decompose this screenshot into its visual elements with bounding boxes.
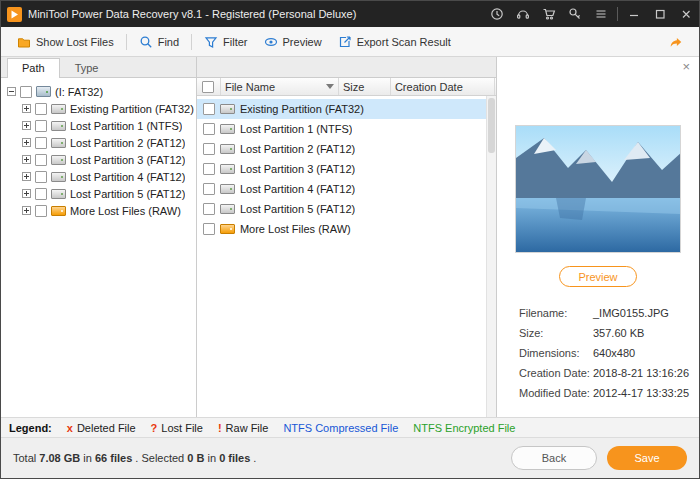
titlebar-divider (617, 7, 618, 21)
share-button[interactable] (661, 31, 691, 53)
file-row[interactable]: Lost Partition 3 (FAT12) (197, 159, 486, 179)
cart-icon[interactable] (536, 1, 562, 27)
detail-label: Filename: (519, 307, 593, 319)
status-summary: Total 7.08 GB in 66 files . Selected 0 B… (13, 452, 256, 464)
checkbox[interactable] (203, 163, 215, 175)
file-row[interactable]: Existing Partition (FAT32) (197, 99, 486, 119)
preview-toolbar-button[interactable]: Preview (256, 31, 330, 53)
minitool-logo-icon (7, 7, 22, 22)
drive-icon (36, 86, 51, 97)
file-row[interactable]: Lost Partition 5 (FAT12) (197, 199, 486, 219)
detail-label: Dimensions: (519, 347, 593, 359)
checkbox[interactable] (35, 120, 47, 132)
expand-icon[interactable] (22, 206, 31, 215)
legend-deleted-file: x Deleted File (67, 422, 136, 434)
expand-icon[interactable] (22, 155, 31, 164)
vertical-scrollbar[interactable] (486, 96, 496, 417)
status-selected-files: 0 files (219, 452, 250, 464)
license-clock-icon[interactable] (484, 1, 510, 27)
file-row-label: Lost Partition 1 (NTFS) (240, 123, 352, 135)
tab-path[interactable]: Path (7, 58, 60, 78)
filter-button[interactable]: Filter (196, 31, 255, 53)
funnel-icon (204, 35, 218, 49)
partition-tree: (I: FAT32) Existing Partition (FAT32) Lo… (1, 78, 196, 417)
file-row[interactable]: Lost Partition 1 (NTFS) (197, 119, 486, 139)
scrollbar-thumb[interactable] (488, 98, 495, 153)
column-file-name[interactable]: File Name (221, 78, 339, 95)
file-row-label: Existing Partition (FAT32) (240, 103, 364, 115)
partition-icon (220, 184, 235, 194)
collapse-icon[interactable] (7, 87, 16, 96)
save-button[interactable]: Save (607, 446, 687, 470)
partition-icon (51, 155, 66, 165)
file-row[interactable]: Lost Partition 4 (FAT12) (197, 179, 486, 199)
column-file-name-label: File Name (225, 81, 275, 93)
checkbox[interactable] (35, 137, 47, 149)
checkbox[interactable] (203, 143, 215, 155)
partition-icon (51, 189, 66, 199)
tree-item[interactable]: Lost Partition 1 (NTFS) (3, 117, 194, 134)
checkbox[interactable] (203, 103, 215, 115)
menu-icon[interactable] (588, 1, 614, 27)
column-size[interactable]: Size (339, 78, 391, 95)
find-button[interactable]: Find (131, 31, 187, 53)
close-button[interactable] (673, 1, 699, 27)
sort-arrow-icon[interactable] (326, 84, 334, 89)
partition-icon (51, 121, 66, 131)
back-button[interactable]: Back (511, 446, 597, 470)
partition-icon (220, 104, 235, 114)
status-selected-size: 0 B (187, 452, 204, 464)
legend-lost-file: ? Lost File (151, 422, 203, 434)
legend-raw-file: ! Raw File (218, 422, 268, 434)
checkbox[interactable] (203, 223, 215, 235)
checkbox[interactable] (20, 86, 32, 98)
checkbox[interactable] (35, 188, 47, 200)
tree-root-drive[interactable]: (I: FAT32) (3, 83, 194, 100)
close-preview-icon[interactable]: × (682, 60, 690, 73)
expand-icon[interactable] (22, 189, 31, 198)
checkbox[interactable] (35, 103, 47, 115)
preview-toolbar-label: Preview (283, 36, 322, 48)
footer-buttons: Back Save (511, 446, 687, 470)
file-row-raw[interactable]: More Lost Files (RAW) (197, 219, 486, 239)
checkbox[interactable] (203, 183, 215, 195)
detail-value: 2012-4-17 13:33:25 (593, 387, 689, 399)
tree-item[interactable]: Existing Partition (FAT32) (3, 100, 194, 117)
tree-item[interactable]: Lost Partition 4 (FAT12) (3, 168, 194, 185)
key-icon[interactable] (562, 1, 588, 27)
checkbox[interactable] (35, 171, 47, 183)
show-lost-files-button[interactable]: Show Lost Files (9, 31, 122, 53)
expand-icon[interactable] (22, 104, 31, 113)
preview-panel: × (496, 57, 699, 417)
expand-icon[interactable] (22, 172, 31, 181)
minimize-button[interactable] (621, 1, 647, 27)
left-panel: Path Type (I: FAT32) Existing Partition … (1, 57, 197, 417)
app-window: MiniTool Power Data Recovery v8.1 - Regi… (0, 0, 700, 479)
preview-button[interactable]: Preview (559, 266, 637, 287)
expand-icon[interactable] (22, 121, 31, 130)
select-all-checkbox[interactable] (202, 81, 214, 93)
tree-root-label: (I: FAT32) (55, 86, 103, 98)
show-lost-files-label: Show Lost Files (36, 36, 114, 48)
export-scan-result-button[interactable]: Export Scan Result (330, 31, 459, 53)
column-creation-date[interactable]: Creation Date (391, 78, 495, 95)
checkbox[interactable] (203, 123, 215, 135)
status-total-size: 7.08 GB (39, 452, 80, 464)
checkbox[interactable] (35, 154, 47, 166)
legend-bar: Legend: x Deleted File ? Lost File ! Raw… (1, 417, 699, 437)
tree-item[interactable]: Lost Partition 5 (FAT12) (3, 185, 194, 202)
file-row[interactable]: Lost Partition 2 (FAT12) (197, 139, 486, 159)
detail-creation-date: Creation Date: 2018-8-21 13:16:26 (519, 367, 689, 379)
expand-icon[interactable] (22, 138, 31, 147)
checkbox[interactable] (35, 205, 47, 217)
support-headset-icon[interactable] (510, 1, 536, 27)
tree-item-raw[interactable]: More Lost Files (RAW) (3, 202, 194, 219)
tree-item[interactable]: Lost Partition 3 (FAT12) (3, 151, 194, 168)
maximize-button[interactable] (647, 1, 673, 27)
checkbox[interactable] (203, 203, 215, 215)
partition-icon (220, 204, 235, 214)
tree-item-label: Lost Partition 5 (FAT12) (70, 188, 185, 200)
legend-deleted-label: Deleted File (77, 422, 136, 434)
tree-item[interactable]: Lost Partition 2 (FAT12) (3, 134, 194, 151)
tab-type[interactable]: Type (60, 58, 114, 77)
